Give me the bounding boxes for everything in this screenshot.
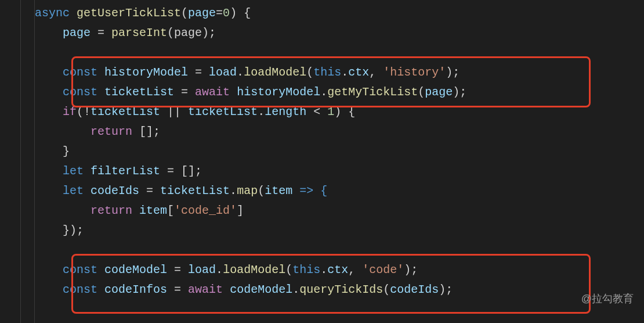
var-token: ticketList [91, 105, 160, 119]
code-line: let filterList = []; [35, 162, 644, 181]
function-call-token: queryTickIds [299, 283, 383, 296]
punct-token: } [63, 145, 70, 158]
editor-gutter [0, 0, 21, 323]
code-line: } [35, 142, 644, 162]
await-token: await [188, 283, 223, 296]
punct-token [223, 283, 230, 296]
code-line: }); [35, 221, 644, 241]
keyword-token: const [63, 85, 97, 99]
keyword-token: return [91, 204, 132, 217]
string-token: 'code' [362, 263, 404, 277]
var-token: page [425, 85, 453, 99]
function-call-token: getMyTickList [327, 85, 418, 99]
punct-token: (page); [167, 26, 216, 40]
op-token: = [174, 85, 195, 99]
keyword-token: const [63, 283, 97, 296]
code-editor: async getUserTickList(page=0) { page = p… [0, 0, 644, 323]
code-line: page = parseInt(page); [35, 23, 644, 43]
punct-token: . [320, 85, 327, 99]
var-token: ticketList [188, 105, 258, 119]
keyword-token: let [63, 184, 84, 198]
punct-token: }); [63, 224, 84, 237]
number-token: 0 [223, 6, 230, 20]
code-area[interactable]: async getUserTickList(page=0) { page = p… [21, 0, 644, 323]
punct-token: ); [439, 283, 453, 296]
op-token: = [139, 184, 160, 198]
punct-token: ); [453, 85, 466, 99]
punct-token: = []; [160, 164, 202, 178]
punct-token: []; [132, 125, 160, 138]
var-token: codeIds [390, 283, 439, 296]
punct-token: ); [404, 263, 418, 277]
this-token: this [292, 263, 320, 277]
string-token: 'history' [383, 66, 446, 79]
keyword-token: if [63, 105, 77, 119]
keyword-token: async [35, 6, 70, 20]
keyword-token: let [63, 164, 84, 178]
punct-token: ( [285, 263, 292, 277]
op-token: = [216, 6, 223, 20]
code-line: const codeInfos = await codeModel.queryT… [35, 280, 644, 300]
punct-token: ( [258, 184, 265, 198]
punct-token: . [237, 66, 244, 79]
function-call-token: map [237, 184, 258, 198]
var-token: load [188, 263, 216, 277]
var-token: ticketList [160, 184, 230, 198]
code-line [35, 43, 644, 63]
op-token: = [188, 66, 209, 79]
var-token: ticketList [104, 85, 174, 99]
function-call-token: parseInt [111, 26, 167, 40]
punct-token: ( [418, 85, 425, 99]
var-token: filterList [91, 164, 160, 178]
punct-token: . [230, 184, 237, 198]
op-token: || [160, 105, 188, 119]
param-token: page [188, 6, 216, 20]
punct-token: . [320, 263, 327, 277]
param-token: item [265, 184, 292, 198]
var-token: codeModel [230, 283, 292, 296]
var-token: item [139, 204, 167, 217]
keyword-token: const [63, 66, 97, 79]
punct-token: [ [167, 204, 174, 217]
property-token: length [265, 105, 306, 119]
code-line: let codeIds = ticketList.map(item => { [35, 181, 644, 201]
property-token: ctx [348, 66, 369, 79]
punct-token: ) { [230, 6, 251, 20]
keyword-token: return [91, 125, 132, 138]
punct-token: ); [446, 66, 460, 79]
property-token: ctx [327, 263, 348, 277]
function-call-token: loadModel [223, 263, 285, 277]
punct-token [132, 204, 139, 217]
function-name-token: getUserTickList [77, 6, 181, 20]
arrow-token: => { [292, 184, 327, 198]
var-token: load [209, 66, 237, 79]
op-token: = [167, 263, 188, 277]
await-token: await [195, 85, 230, 99]
op-token: = [167, 283, 188, 296]
op-token: < [306, 105, 327, 119]
punct-token: , [369, 66, 383, 79]
code-line: const ticketList = await historyModel.ge… [35, 82, 644, 102]
code-line: async getUserTickList(page=0) { [35, 3, 644, 23]
punct-token: ( [181, 6, 188, 20]
punct-token: ( [383, 283, 390, 296]
punct-token: ] [237, 204, 244, 217]
keyword-token: const [63, 263, 97, 277]
code-line: const codeModel = load.loadModel(this.ct… [35, 260, 644, 280]
number-token: 1 [327, 105, 334, 119]
code-line: return []; [35, 122, 644, 142]
punct-token: . [292, 283, 299, 296]
op-token: = [91, 26, 111, 40]
code-line: return item['code_id'] [35, 201, 644, 221]
punct-token: ) { [334, 105, 355, 119]
punct-token: , [348, 263, 362, 277]
var-token: codeInfos [104, 283, 167, 296]
code-line: const historyModel = load.loadModel(this… [35, 63, 644, 82]
punct-token: . [216, 263, 223, 277]
punct-token [230, 85, 237, 99]
watermark-text: @拉勾教育 [579, 289, 636, 309]
var-token: codeModel [104, 263, 167, 277]
punct-token: ( [306, 66, 313, 79]
punct-token: (! [77, 105, 91, 119]
punct-token: . [258, 105, 265, 119]
